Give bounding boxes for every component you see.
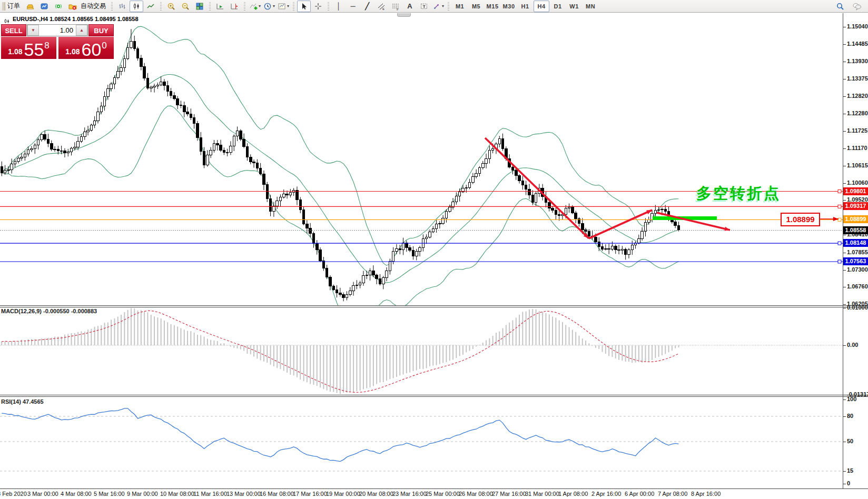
price-axis-label: 1.06760: [847, 283, 868, 290]
time-axis-label: 9 Mar 00:00: [127, 491, 158, 497]
rsi-axis-label: 100: [847, 396, 856, 402]
rsi-splitter[interactable]: [0, 395, 868, 395]
bar-chart-icon[interactable]: [115, 1, 129, 12]
macd-axis-label: 0.00: [847, 342, 858, 348]
macd-splitter[interactable]: [0, 305, 868, 306]
sell-price-button[interactable]: 1.08 55 8: [1, 37, 56, 59]
rsi-axis-label: 0: [847, 480, 850, 486]
sell-button[interactable]: SELL: [1, 24, 26, 36]
timeframe-m15[interactable]: M15: [485, 1, 500, 12]
price-axis-badge: 1.08899: [843, 215, 868, 223]
indicators-icon[interactable]: ▾: [248, 1, 262, 12]
price-axis-tick: [843, 44, 846, 45]
chart-title: EURUSD-,H4 1.08524 1.08565 1.08495 1.085…: [13, 16, 139, 22]
buy-price-prefix: 1.08: [65, 47, 80, 58]
price-axis-tick: [843, 287, 846, 287]
price-axis-label: 1.13930: [847, 58, 868, 64]
price-axis-tick: [843, 96, 846, 97]
price-axis-label: 1.10615: [847, 162, 868, 168]
candlestick-chart-icon[interactable]: [130, 1, 143, 12]
timeframe-h1[interactable]: H1: [517, 1, 533, 12]
price-axis-badge: 1.08558: [843, 226, 868, 234]
rsi-label: RSI(14) 47.4565: [1, 398, 44, 405]
price-axis-line: [843, 13, 843, 488]
autotrade-label[interactable]: 自动交易: [81, 2, 106, 11]
new-order-label[interactable]: 订单: [7, 2, 20, 11]
rsi-axis-tick: [843, 416, 846, 417]
toolbar-grip: [448, 2, 449, 11]
chat-icon[interactable]: [850, 1, 864, 12]
rsi-axis-tick: [843, 484, 846, 484]
autotrade-icon[interactable]: [66, 1, 80, 12]
upload-chart-icon[interactable]: [37, 1, 51, 12]
toolbar-grip: [293, 2, 294, 11]
toolbar-grip: [160, 2, 162, 11]
chart-shift-icon[interactable]: [228, 1, 241, 12]
text-label-icon[interactable]: T: [417, 1, 431, 12]
buy-price-button[interactable]: 1.08 60 0: [58, 37, 114, 59]
timeframe-m1[interactable]: M1: [452, 1, 468, 12]
timeframe-m5[interactable]: M5: [468, 1, 484, 12]
macd-axis-label: 0.010002: [847, 304, 868, 311]
text-icon[interactable]: A: [403, 1, 417, 12]
svg-text:F: F: [397, 7, 399, 11]
macd-axis-tick: [843, 395, 846, 395]
fibonacci-icon[interactable]: F: [389, 1, 402, 12]
line-chart-icon[interactable]: [144, 1, 157, 12]
volume-stepper: ▼ ▲: [27, 24, 88, 36]
timeframe-w1[interactable]: W1: [566, 1, 582, 12]
volume-input[interactable]: [39, 25, 76, 36]
gold-bar-icon[interactable]: [23, 1, 37, 12]
mt4-window: 订单 自动交易: [0, 0, 868, 499]
cursor-icon[interactable]: [297, 1, 311, 12]
panel-collapse-handle[interactable]: [397, 13, 411, 17]
price-axis-badge: 1.08148: [843, 239, 868, 247]
price-axis-tick: [843, 235, 846, 235]
trendline-icon[interactable]: ╱: [360, 1, 374, 12]
volume-decrease-button[interactable]: ▼: [27, 25, 39, 36]
auto-scroll-icon[interactable]: [213, 1, 227, 12]
time-axis-label: 2 Apr 16:00: [591, 491, 621, 497]
price-axis-label: 1.07300: [847, 266, 868, 273]
time-axis-label: 1 Apr 08:00: [558, 491, 588, 497]
price-axis-tick: [843, 304, 846, 305]
templates-icon[interactable]: ▾: [277, 1, 290, 12]
zoom-in-icon[interactable]: [164, 1, 178, 12]
tile-windows-icon[interactable]: [193, 1, 206, 12]
buy-button[interactable]: BUY: [88, 24, 114, 36]
price-axis-label: 1.07855: [847, 249, 868, 255]
sell-price-pip: 8: [44, 41, 49, 51]
timeframe-mn[interactable]: MN: [583, 1, 598, 12]
periods-icon[interactable]: ▾: [262, 1, 276, 12]
time-axis-label: 20 Mar 08:00: [359, 491, 393, 497]
turning-point-annotation[interactable]: 多空转折点: [696, 183, 781, 204]
price-axis-label: 1.10060: [847, 179, 868, 186]
time-axis-label: 13 Mar 00:00: [226, 491, 261, 497]
volume-increase-button[interactable]: ▲: [76, 25, 87, 36]
channel-icon[interactable]: E: [374, 1, 388, 12]
macd-axis-tick: [843, 345, 846, 346]
macd-splitter-line: [0, 307, 868, 307]
svg-text:E: E: [382, 7, 384, 11]
timeframe-h4[interactable]: H4: [534, 1, 549, 12]
toolbar-grip: [244, 2, 245, 11]
chevron-down-icon: ▾: [273, 4, 275, 8]
zoom-out-icon[interactable]: [179, 1, 192, 12]
horizontal-line-icon[interactable]: ─: [346, 1, 360, 12]
signals-icon[interactable]: [52, 1, 65, 12]
time-axis-label: 11 Mar 16:00: [193, 491, 227, 497]
time-axis-label: 16 Mar 08:00: [260, 491, 294, 497]
price-label-box[interactable]: 1.08899: [781, 213, 820, 226]
timeframe-m30[interactable]: M30: [501, 1, 517, 12]
price-axis-tick: [843, 166, 846, 166]
price-chart-canvas[interactable]: [0, 13, 843, 488]
chevron-down-icon: ▾: [287, 4, 289, 8]
timeframe-d1[interactable]: D1: [550, 1, 566, 12]
arrows-icon[interactable]: ▾: [431, 1, 445, 12]
vertical-line-icon[interactable]: │: [332, 1, 346, 12]
search-icon[interactable]: [833, 1, 847, 12]
price-axis-label: 1.14485: [847, 41, 868, 47]
macd-label: MACD(12,26,9) -0.000550 -0.000883: [1, 308, 97, 314]
crosshair-icon[interactable]: [311, 1, 325, 12]
macd-axis-tick: [843, 308, 846, 308]
